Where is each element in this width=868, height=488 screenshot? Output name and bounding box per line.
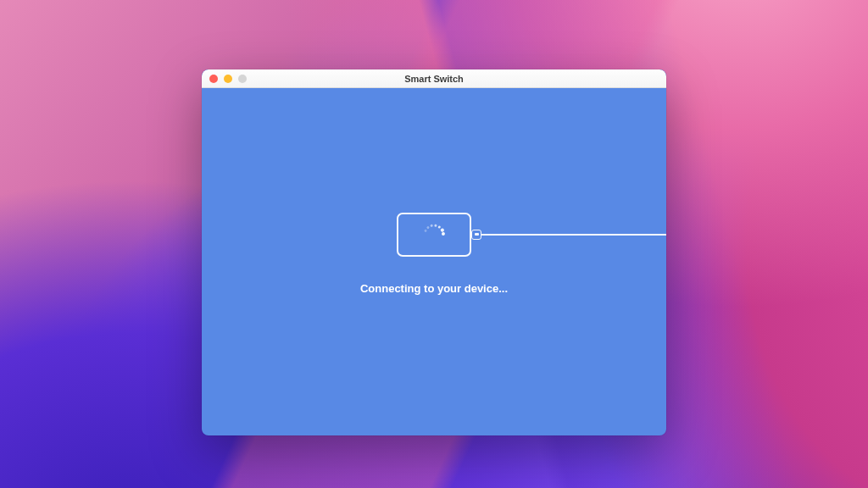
app-window: Smart Switch Connecting to your device [202,69,666,435]
window-title: Smart Switch [202,74,666,84]
titlebar[interactable]: Smart Switch [202,69,666,88]
maximize-button[interactable] [238,75,247,83]
content-area: Connecting to your device... [202,88,666,435]
cable-icon [481,234,666,236]
loading-spinner-icon [422,223,446,247]
close-button[interactable] [209,75,218,83]
minimize-button[interactable] [224,75,232,83]
window-controls [202,75,247,83]
phone-icon [397,213,471,257]
status-message: Connecting to your device... [360,282,508,295]
device-graphic [397,213,471,257]
usb-connector-icon [471,230,481,240]
